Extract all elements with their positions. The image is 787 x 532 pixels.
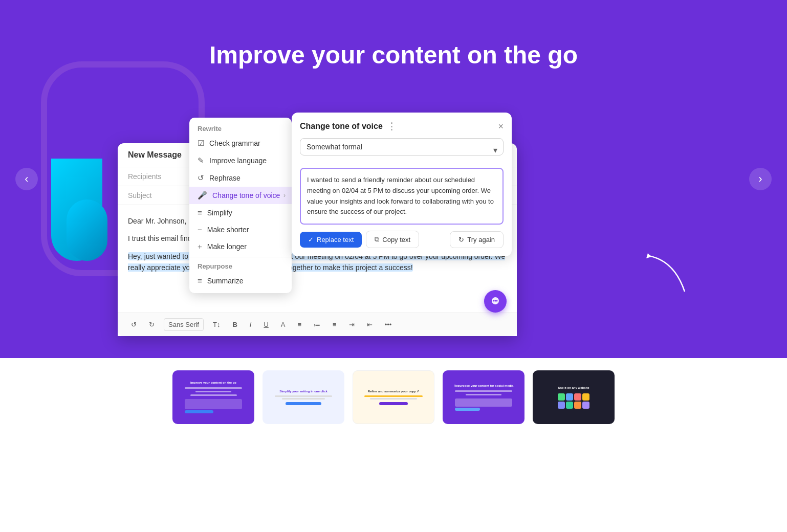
curved-arrow: [633, 251, 695, 302]
thumbnail-2[interactable]: Simplify your writing in one click: [263, 370, 344, 424]
outdent-button[interactable]: ⇤: [364, 319, 376, 330]
underline-button[interactable]: U: [260, 319, 271, 330]
tone-dots-icon: ⋮: [387, 121, 396, 132]
thumbnail-4[interactable]: Repurpose your content for social media: [443, 370, 524, 424]
tone-popup: Change tone of voice ⋮ × Somewhat formal…: [292, 113, 512, 256]
change-tone-icon: 🎤: [198, 191, 207, 200]
try-again-button[interactable]: ↻ Try again: [450, 231, 504, 248]
make-longer-item[interactable]: + Make longer: [189, 238, 292, 255]
tone-result-text: I wanted to send a friendly reminder abo…: [300, 168, 504, 225]
main-container: ‹ › Improve your content on the go New M…: [0, 0, 787, 532]
rewrite-popup: Rewrite ☑ Check grammar ✎ Improve langua…: [189, 118, 292, 293]
svg-point-1: [493, 300, 495, 302]
tone-select-wrapper: Somewhat formal Very formal Neutral Some…: [300, 138, 504, 162]
font-selector[interactable]: Sans Serif: [164, 318, 204, 331]
prev-arrow[interactable]: ‹: [15, 168, 38, 190]
hero-section: ‹ › Improve your content on the go New M…: [0, 0, 787, 358]
simplify-icon: ≡: [198, 208, 202, 217]
tone-popup-title: Change tone of voice ⋮: [300, 121, 396, 132]
decorative-blue2: [67, 199, 107, 261]
change-tone-chevron: ›: [283, 192, 286, 199]
rephrase-icon: ↺: [198, 173, 204, 183]
check-grammar-icon: ☑: [198, 139, 204, 148]
thumbnail-strip: Improve your content on the go Simplify …: [0, 358, 787, 436]
tone-popup-header: Change tone of voice ⋮ ×: [300, 121, 504, 132]
tone-actions: ✓ Replace text ⧉ Copy text ↻ Try again: [300, 231, 504, 248]
next-arrow[interactable]: ›: [749, 168, 772, 190]
copy-text-button[interactable]: ⧉ Copy text: [366, 231, 419, 248]
copy-icon: ⧉: [375, 235, 379, 243]
checkmark-icon: ✓: [308, 236, 314, 243]
hero-title: Improve your content on the go: [209, 41, 578, 69]
redo-button[interactable]: ↻: [146, 319, 158, 330]
replace-text-button[interactable]: ✓ Replace text: [300, 232, 362, 248]
popup-divider: [189, 257, 292, 257]
thumbnail-5[interactable]: Use it on any website: [533, 370, 615, 424]
thumbnail-3[interactable]: Refine and summarize your copy ↗: [353, 370, 434, 424]
rephrase-item[interactable]: ↺ Rephrase: [189, 169, 292, 187]
bold-button[interactable]: B: [229, 319, 240, 330]
improve-language-icon: ✎: [198, 156, 204, 165]
italic-button[interactable]: I: [247, 319, 255, 330]
rewrite-section-title: Rewrite: [189, 122, 292, 135]
ordered-list-button[interactable]: ≔: [311, 319, 323, 330]
tone-close-button[interactable]: ×: [498, 121, 504, 132]
text-color-button[interactable]: A: [278, 319, 289, 330]
email-toolbar: ↺ ↻ Sans Serif T↕ B I U A ≡ ≔ ≡ ⇥ ⇤ •••: [118, 313, 517, 336]
repurpose-section-title: Repurpose: [189, 259, 292, 272]
svg-point-3: [496, 300, 498, 302]
improve-language-item[interactable]: ✎ Improve language: [189, 152, 292, 169]
make-longer-icon: +: [198, 242, 202, 251]
tone-select[interactable]: Somewhat formal Very formal Neutral Some…: [300, 138, 504, 156]
more-button[interactable]: •••: [382, 319, 395, 330]
simplify-item[interactable]: ≡ Simplify: [189, 204, 292, 221]
summarize-icon: ≡: [198, 276, 202, 285]
align-button[interactable]: ≡: [295, 319, 305, 330]
change-tone-item[interactable]: 🎤 Change tone of voice ›: [189, 187, 292, 204]
unordered-list-button[interactable]: ≡: [330, 319, 340, 330]
make-shorter-icon: −: [198, 225, 202, 234]
summarize-item[interactable]: ≡ Summarize: [189, 272, 292, 289]
ai-bubble[interactable]: [484, 290, 507, 313]
svg-point-2: [495, 300, 496, 302]
check-grammar-item[interactable]: ☑ Check grammar: [189, 135, 292, 152]
font-size-button[interactable]: T↕: [210, 319, 223, 330]
refresh-icon: ↻: [458, 236, 464, 243]
indent-button[interactable]: ⇥: [346, 319, 358, 330]
make-shorter-item[interactable]: − Make shorter: [189, 221, 292, 238]
thumbnail-1[interactable]: Improve your content on the go: [172, 370, 254, 424]
undo-button[interactable]: ↺: [128, 319, 140, 330]
